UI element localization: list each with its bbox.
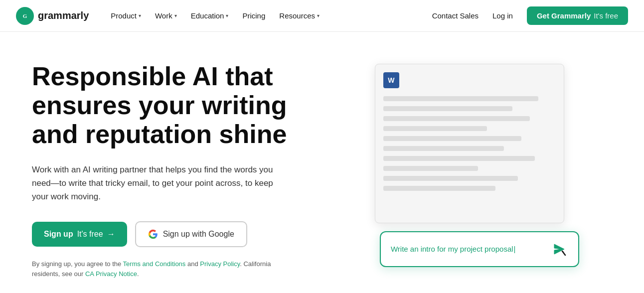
google-signup-label: Sign up with Google xyxy=(163,230,234,239)
arrow-right-icon: → xyxy=(107,230,115,239)
login-link[interactable]: Log in xyxy=(486,7,519,24)
prompt-text: Write an intro for my project proposal| xyxy=(391,245,516,253)
privacy-link[interactable]: Privacy Policy xyxy=(200,260,240,268)
doc-line xyxy=(383,136,521,141)
terms-link[interactable]: Terms and Conditions xyxy=(123,260,186,268)
hero-section: Responsible AI that ensures your writing… xyxy=(0,32,644,293)
chevron-down-icon: ▾ xyxy=(226,13,228,18)
chevron-down-icon: ▾ xyxy=(174,13,177,18)
signup-button[interactable]: Sign up It's free → xyxy=(32,222,127,247)
nav-link-education-label: Education xyxy=(191,11,224,20)
send-button[interactable] xyxy=(550,240,568,258)
doc-line xyxy=(383,116,530,121)
nav-link-pricing-label: Pricing xyxy=(242,11,265,20)
nav-logo[interactable]: G grammarly xyxy=(16,7,89,25)
terms-and: and xyxy=(185,260,200,268)
get-grammarly-label: Get Grammarly xyxy=(537,11,591,20)
nav-link-work[interactable]: Work ▾ xyxy=(149,7,183,24)
get-grammarly-button[interactable]: Get Grammarly It's free xyxy=(527,6,628,25)
doc-line xyxy=(383,146,504,151)
doc-line xyxy=(383,166,478,171)
terms-prefix: By signing up, you agree to the xyxy=(32,260,123,268)
chevron-down-icon: ▾ xyxy=(139,13,141,18)
chevron-down-icon: ▾ xyxy=(317,13,320,18)
nav-link-pricing[interactable]: Pricing xyxy=(236,7,271,24)
google-signup-button[interactable]: Sign up with Google xyxy=(135,221,247,247)
contact-sales-link[interactable]: Contact Sales xyxy=(432,11,479,20)
svg-text:G: G xyxy=(23,12,27,18)
navbar: G grammarly Product ▾ Work ▾ Education ▾… xyxy=(0,0,644,32)
signup-free-label: It's free xyxy=(77,230,103,239)
nav-links: Product ▾ Work ▾ Education ▾ Pricing Res… xyxy=(105,7,325,24)
ca-privacy-link[interactable]: CA Privacy Notice xyxy=(85,270,137,278)
ai-prompt-box: Write an intro for my project proposal| xyxy=(380,231,579,267)
terms-end: . xyxy=(137,270,139,278)
grammarly-logo-icon: G xyxy=(16,7,34,25)
nav-left: G grammarly Product ▾ Work ▾ Education ▾… xyxy=(16,7,325,25)
word-icon: W xyxy=(383,72,399,88)
signup-label: Sign up xyxy=(44,230,73,239)
doc-line xyxy=(383,126,487,131)
nav-link-resources-label: Resources xyxy=(279,11,315,20)
nav-link-product-label: Product xyxy=(111,11,137,20)
nav-link-work-label: Work xyxy=(155,11,172,20)
get-grammarly-free-label: It's free xyxy=(594,11,618,20)
nav-link-resources[interactable]: Resources ▾ xyxy=(273,7,325,24)
doc-line xyxy=(383,106,513,111)
document-lines xyxy=(383,96,556,191)
doc-line xyxy=(383,96,538,101)
doc-line xyxy=(383,176,518,181)
hero-right: W Write an intro for my proje xyxy=(357,64,612,277)
terms-text: By signing up, you agree to the Terms an… xyxy=(32,259,291,279)
hero-headline: Responsible AI that ensures your writing… xyxy=(32,62,333,149)
send-icon xyxy=(552,242,566,256)
nav-right: Contact Sales Log in Get Grammarly It's … xyxy=(432,6,628,25)
document-preview: W xyxy=(375,64,564,223)
hero-buttons: Sign up It's free → Sign up with Google xyxy=(32,221,333,247)
doc-line xyxy=(383,156,535,161)
hero-left: Responsible AI that ensures your writing… xyxy=(32,62,333,279)
nav-link-education[interactable]: Education ▾ xyxy=(185,7,235,24)
nav-logo-text: grammarly xyxy=(38,10,89,21)
demo-container: W Write an intro for my proje xyxy=(375,64,584,277)
text-cursor: | xyxy=(514,245,516,253)
google-icon xyxy=(148,229,158,239)
doc-line xyxy=(383,186,495,191)
hero-subtext: Work with an AI writing partner that hel… xyxy=(32,163,291,204)
nav-link-product[interactable]: Product ▾ xyxy=(105,7,147,24)
